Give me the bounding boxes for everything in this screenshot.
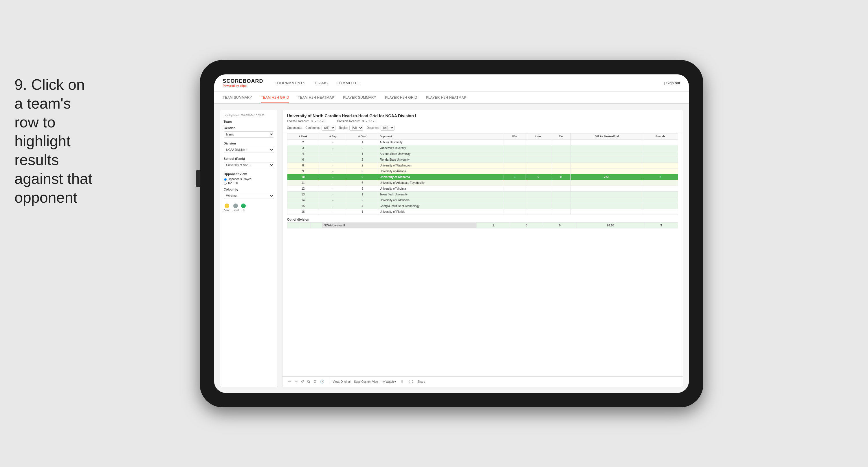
save-custom-button[interactable]: Save Custom View xyxy=(354,380,378,383)
legend-level: Level xyxy=(233,204,239,212)
diff-cell xyxy=(570,180,643,185)
tab-team-h2h-grid[interactable]: TEAM H2H GRID xyxy=(261,93,289,103)
opponent-select[interactable]: (All) xyxy=(381,125,395,130)
table-row[interactable]: 2-1Auburn University xyxy=(287,139,678,145)
loss-cell xyxy=(526,203,551,209)
top100-radio[interactable] xyxy=(224,182,227,185)
table-row[interactable]: 11-6University of Arkansas, Fayetteville xyxy=(287,180,678,185)
rank-cell: 4 xyxy=(287,151,319,157)
opponent-cell: University of Arkansas, Fayetteville xyxy=(378,180,504,185)
rank-cell: 2 xyxy=(287,139,319,145)
win-cell xyxy=(504,139,526,145)
sidebar-opponents-played-option[interactable]: Opponents Played xyxy=(224,177,274,181)
col-opponent: Opponent xyxy=(378,133,504,139)
tab-player-summary[interactable]: PLAYER SUMMARY xyxy=(343,93,376,103)
redo-button[interactable]: ↪ xyxy=(293,379,299,384)
reg-cell: - xyxy=(319,192,347,197)
tab-team-summary[interactable]: TEAM SUMMARY xyxy=(223,93,252,103)
view-original-button[interactable]: View: Original xyxy=(333,380,351,383)
logo-title: SCOREBOARD xyxy=(223,78,264,84)
watch-icon: 👁 xyxy=(382,380,385,383)
sidebar-timestamp: Last Updated: 27/03/2024 16:55:38 xyxy=(224,114,274,117)
sidebar-school-select[interactable]: University of Nort... xyxy=(224,162,274,168)
sign-out-link[interactable]: Sign out xyxy=(666,81,680,85)
table-row[interactable]: 3-2Vanderbilt University xyxy=(287,145,678,151)
sidebar-gender-select[interactable]: Men's xyxy=(224,132,274,138)
tie-cell: 0 xyxy=(551,174,570,180)
diff-cell xyxy=(570,168,643,174)
table-row[interactable]: 13-1Texas Tech University xyxy=(287,192,678,197)
conference-select[interactable]: (All) xyxy=(321,125,336,130)
diff-cell xyxy=(570,139,643,145)
rounds-cell xyxy=(643,192,678,197)
rounds-cell xyxy=(643,168,678,174)
region-select[interactable]: (All) xyxy=(349,125,363,130)
tablet-screen: SCOREBOARD Powered by clippi TOURNAMENTS… xyxy=(214,75,689,393)
sidebar-division-label: Division xyxy=(224,142,274,145)
rounds-cell xyxy=(643,180,678,185)
conf-cell: 6 xyxy=(347,180,378,185)
fullscreen-button[interactable]: ⛶ xyxy=(408,379,414,384)
sidebar-colour-by-select[interactable]: Win/loss xyxy=(224,193,274,199)
clock-button[interactable]: 🕐 xyxy=(319,379,326,384)
table-row[interactable]: 4-1Arizona State University xyxy=(287,151,678,157)
conf-cell: 2 xyxy=(347,163,378,168)
reg-cell: - xyxy=(319,163,347,168)
win-cell xyxy=(504,145,526,151)
win-cell xyxy=(504,203,526,209)
table-row[interactable]: 12-3University of Virginia xyxy=(287,185,678,192)
table-row[interactable]: 16-1University of Florida xyxy=(287,209,678,214)
out-of-division-label: Out of division xyxy=(287,216,678,222)
sidebar-colour-by-label: Colour by xyxy=(224,187,274,191)
tie-cell xyxy=(551,157,570,163)
legend-level-dot xyxy=(233,204,238,208)
out-of-division-row[interactable]: NCAA Division II 1 0 0 26.00 3 xyxy=(287,222,678,228)
region-label: Region xyxy=(339,126,348,129)
tab-player-h2h-heatmap[interactable]: PLAYER H2H HEATMAP xyxy=(426,93,467,103)
out-div-win: 1 xyxy=(477,222,510,228)
sidebar-school-label: School (Rank) xyxy=(224,157,274,160)
instruction-number: 9. xyxy=(14,76,27,93)
rank-cell: 3 xyxy=(287,145,319,151)
col-tie: Tie xyxy=(551,133,570,139)
sidebar-top100-option[interactable]: Top 100 xyxy=(224,181,274,185)
table-row[interactable]: 9-3University of Arizona xyxy=(287,168,678,174)
watch-button[interactable]: 👁 Watch ▾ xyxy=(382,380,396,383)
nav-committee[interactable]: COMMITTEE xyxy=(336,79,360,87)
rank-cell: 14 xyxy=(287,197,319,203)
opponents-played-radio[interactable] xyxy=(224,178,227,181)
export-button[interactable]: ⬇ xyxy=(399,379,405,384)
rank-cell: 11 xyxy=(287,180,319,185)
legend-up-dot xyxy=(241,204,246,208)
rank-cell: 8 xyxy=(287,163,319,168)
rounds-cell: 8 xyxy=(643,174,678,180)
table-row[interactable]: 10-5University of Alabama3002.618 xyxy=(287,174,678,180)
table-row[interactable]: 14-2University of Oklahoma xyxy=(287,197,678,203)
rounds-cell xyxy=(643,145,678,151)
tab-team-h2h-heatmap[interactable]: TEAM H2H HEATMAP xyxy=(298,93,334,103)
table-row[interactable]: 6-2Florida State University xyxy=(287,157,678,163)
win-cell xyxy=(504,197,526,203)
table-row[interactable]: 15-4Georgia Institute of Technology xyxy=(287,203,678,209)
table-row[interactable]: 8-2University of Washington xyxy=(287,163,678,168)
tab-player-h2h-grid[interactable]: PLAYER H2H GRID xyxy=(385,93,417,103)
col-loss: Loss xyxy=(526,133,551,139)
share-button[interactable]: Share xyxy=(417,380,425,383)
loss-cell xyxy=(526,157,551,163)
win-cell: 3 xyxy=(504,174,526,180)
region-filter: Region (All) xyxy=(339,125,363,130)
settings-button[interactable]: ⚙ xyxy=(312,379,318,384)
sidebar-division-select[interactable]: NCAA Division I xyxy=(224,147,274,153)
nav-right: | Sign out xyxy=(664,81,680,85)
nav-teams[interactable]: TEAMS xyxy=(314,79,328,87)
nav-tournaments[interactable]: TOURNAMENTS xyxy=(275,79,306,87)
opponent-cell: Arizona State University xyxy=(378,151,504,157)
rank-cell: 16 xyxy=(287,209,319,214)
opponent-cell: Georgia Institute of Technology xyxy=(378,203,504,209)
reg-cell: - xyxy=(319,157,347,163)
copy-button[interactable]: ⧉ xyxy=(306,379,311,384)
rank-cell: 12 xyxy=(287,185,319,192)
rounds-cell xyxy=(643,151,678,157)
refresh-button[interactable]: ↺ xyxy=(300,379,305,384)
undo-button[interactable]: ↩ xyxy=(287,379,292,384)
